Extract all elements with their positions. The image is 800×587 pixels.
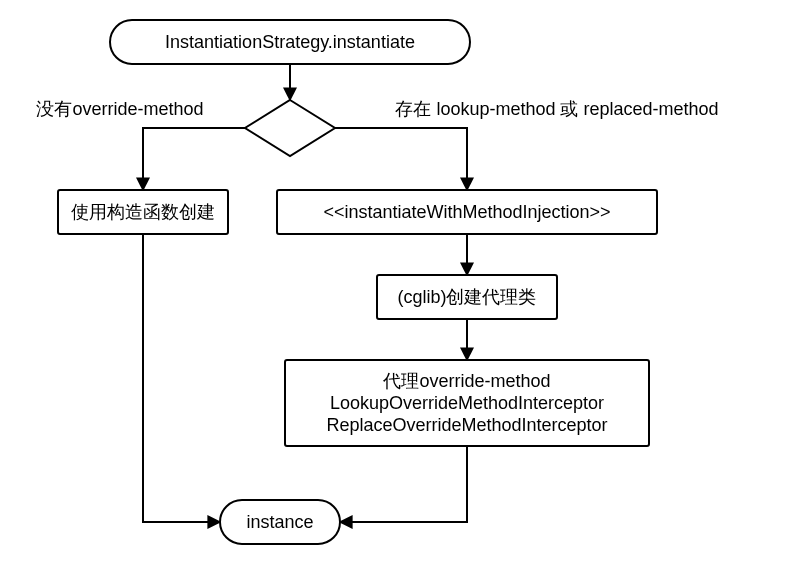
node-start: InstantiationStrategy.instantiate bbox=[110, 20, 470, 64]
right2-label: (cglib)创建代理类 bbox=[397, 287, 536, 307]
flowchart-svg: InstantiationStrategy.instantiate 使用构造函数… bbox=[0, 0, 800, 587]
end-label: instance bbox=[246, 512, 313, 532]
node-right3: 代理override-method LookupOverrideMethodIn… bbox=[285, 360, 649, 446]
node-decision bbox=[245, 100, 335, 156]
right3-line3: ReplaceOverrideMethodInterceptor bbox=[326, 415, 607, 435]
node-end: instance bbox=[220, 500, 340, 544]
edge-right-label-a: 存在 lookup-method 或 replaced-method bbox=[395, 99, 718, 119]
right3-line2: LookupOverrideMethodInterceptor bbox=[330, 393, 604, 413]
edge-right3-end bbox=[340, 446, 467, 522]
edge-left1-end bbox=[143, 234, 220, 522]
start-label: InstantiationStrategy.instantiate bbox=[165, 32, 415, 52]
right1-label: <<instantiateWithMethodInjection>> bbox=[323, 202, 610, 222]
left1-label: 使用构造函数创建 bbox=[71, 202, 215, 222]
edge-left-label: 没有override-method bbox=[36, 99, 203, 119]
node-right2: (cglib)创建代理类 bbox=[377, 275, 557, 319]
edge-decision-left bbox=[143, 128, 245, 190]
node-left1: 使用构造函数创建 bbox=[58, 190, 228, 234]
right3-line1: 代理override-method bbox=[382, 371, 550, 391]
edge-decision-right bbox=[335, 128, 467, 190]
node-right1: <<instantiateWithMethodInjection>> bbox=[277, 190, 657, 234]
svg-marker-1 bbox=[245, 100, 335, 156]
